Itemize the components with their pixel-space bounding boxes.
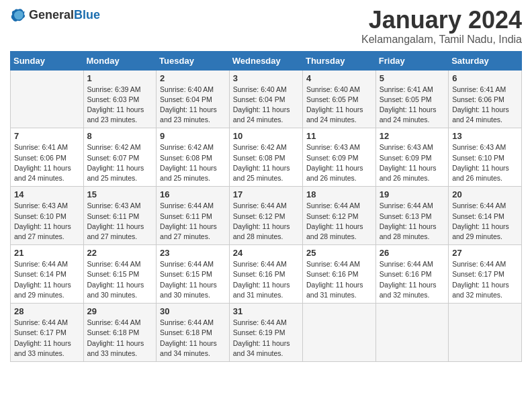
day-header-sunday: Sunday (11, 51, 84, 70)
day-number: 31 (233, 306, 299, 316)
day-info: Sunrise: 6:43 AMSunset: 6:10 PMDaylight:… (14, 201, 80, 242)
day-header-thursday: Thursday (302, 51, 375, 70)
calendar-table: SundayMondayTuesdayWednesdayThursdayFrid… (10, 51, 522, 362)
day-cell-11: 11Sunrise: 6:43 AMSunset: 6:09 PMDayligh… (302, 128, 375, 187)
day-info: Sunrise: 6:44 AMSunset: 6:18 PMDaylight:… (160, 318, 226, 359)
day-cell-7: 7Sunrise: 6:41 AMSunset: 6:06 PMDaylight… (11, 128, 84, 187)
day-number: 17 (233, 189, 299, 199)
day-info: Sunrise: 6:44 AMSunset: 6:15 PMDaylight:… (87, 259, 153, 300)
day-info: Sunrise: 6:44 AMSunset: 6:17 PMDaylight:… (452, 259, 518, 300)
day-info: Sunrise: 6:44 AMSunset: 6:12 PMDaylight:… (233, 201, 299, 242)
empty-cell (375, 304, 448, 362)
day-cell-27: 27Sunrise: 6:44 AMSunset: 6:17 PMDayligh… (449, 245, 522, 304)
day-info: Sunrise: 6:40 AMSunset: 6:05 PMDaylight:… (306, 85, 372, 126)
empty-cell (302, 304, 375, 362)
day-cell-12: 12Sunrise: 6:43 AMSunset: 6:09 PMDayligh… (375, 128, 448, 187)
day-number: 23 (160, 248, 226, 258)
day-info: Sunrise: 6:44 AMSunset: 6:13 PMDaylight:… (380, 201, 445, 242)
day-cell-9: 9Sunrise: 6:42 AMSunset: 6:08 PMDaylight… (157, 128, 230, 187)
day-info: Sunrise: 6:42 AMSunset: 6:08 PMDaylight:… (160, 142, 226, 183)
day-number: 7 (14, 131, 80, 141)
day-info: Sunrise: 6:42 AMSunset: 6:08 PMDaylight:… (233, 142, 299, 183)
day-number: 25 (306, 248, 372, 258)
day-number: 14 (14, 189, 80, 199)
day-number: 29 (87, 306, 153, 316)
day-number: 6 (452, 73, 518, 83)
day-cell-31: 31Sunrise: 6:44 AMSunset: 6:19 PMDayligh… (229, 304, 302, 362)
day-number: 30 (160, 306, 226, 316)
day-cell-26: 26Sunrise: 6:44 AMSunset: 6:16 PMDayligh… (375, 245, 448, 304)
day-info: Sunrise: 6:43 AMSunset: 6:09 PMDaylight:… (306, 142, 372, 183)
header: GeneralBlue January 2024 Kelamangalam, T… (10, 7, 522, 46)
day-header-saturday: Saturday (449, 51, 522, 70)
day-cell-30: 30Sunrise: 6:44 AMSunset: 6:18 PMDayligh… (157, 304, 230, 362)
day-info: Sunrise: 6:44 AMSunset: 6:16 PMDaylight:… (306, 259, 372, 300)
day-headers-row: SundayMondayTuesdayWednesdayThursdayFrid… (11, 51, 522, 70)
day-cell-10: 10Sunrise: 6:42 AMSunset: 6:08 PMDayligh… (229, 128, 302, 187)
day-cell-18: 18Sunrise: 6:44 AMSunset: 6:12 PMDayligh… (302, 187, 375, 245)
day-cell-6: 6Sunrise: 6:41 AMSunset: 6:06 PMDaylight… (449, 70, 522, 128)
day-number: 27 (452, 248, 518, 258)
day-info: Sunrise: 6:43 AMSunset: 6:10 PMDaylight:… (452, 142, 518, 183)
day-cell-28: 28Sunrise: 6:44 AMSunset: 6:17 PMDayligh… (11, 304, 84, 362)
day-info: Sunrise: 6:44 AMSunset: 6:19 PMDaylight:… (233, 318, 299, 359)
title-area: January 2024 Kelamangalam, Tamil Nadu, I… (361, 7, 522, 46)
day-cell-3: 3Sunrise: 6:40 AMSunset: 6:04 PMDaylight… (229, 70, 302, 128)
empty-cell (449, 304, 522, 362)
day-info: Sunrise: 6:40 AMSunset: 6:04 PMDaylight:… (233, 85, 299, 126)
day-info: Sunrise: 6:44 AMSunset: 6:17 PMDaylight:… (14, 318, 80, 359)
day-number: 26 (380, 248, 445, 258)
day-number: 16 (160, 189, 226, 199)
day-info: Sunrise: 6:44 AMSunset: 6:12 PMDaylight:… (306, 201, 372, 242)
day-cell-21: 21Sunrise: 6:44 AMSunset: 6:14 PMDayligh… (11, 245, 84, 304)
day-number: 13 (452, 131, 518, 141)
day-cell-17: 17Sunrise: 6:44 AMSunset: 6:12 PMDayligh… (229, 187, 302, 245)
day-header-monday: Monday (83, 51, 157, 70)
day-cell-4: 4Sunrise: 6:40 AMSunset: 6:05 PMDaylight… (302, 70, 375, 128)
logo-icon (10, 7, 26, 23)
day-info: Sunrise: 6:41 AMSunset: 6:06 PMDaylight:… (14, 142, 80, 183)
day-info: Sunrise: 6:44 AMSunset: 6:18 PMDaylight:… (87, 318, 153, 359)
day-info: Sunrise: 6:41 AMSunset: 6:05 PMDaylight:… (380, 85, 445, 126)
day-info: Sunrise: 6:43 AMSunset: 6:11 PMDaylight:… (87, 201, 153, 242)
day-number: 3 (233, 73, 299, 83)
day-cell-2: 2Sunrise: 6:40 AMSunset: 6:04 PMDaylight… (157, 70, 230, 128)
week-row-1: 1Sunrise: 6:39 AMSunset: 6:03 PMDaylight… (11, 70, 522, 128)
day-number: 28 (14, 306, 80, 316)
day-number: 5 (380, 73, 445, 83)
empty-cell (11, 70, 84, 128)
day-info: Sunrise: 6:44 AMSunset: 6:16 PMDaylight:… (233, 259, 299, 300)
day-number: 15 (87, 189, 153, 199)
day-info: Sunrise: 6:44 AMSunset: 6:16 PMDaylight:… (380, 259, 445, 300)
day-number: 4 (306, 73, 372, 83)
day-number: 8 (87, 131, 153, 141)
day-cell-1: 1Sunrise: 6:39 AMSunset: 6:03 PMDaylight… (83, 70, 157, 128)
day-info: Sunrise: 6:44 AMSunset: 6:11 PMDaylight:… (160, 201, 226, 242)
day-cell-13: 13Sunrise: 6:43 AMSunset: 6:10 PMDayligh… (449, 128, 522, 187)
day-cell-5: 5Sunrise: 6:41 AMSunset: 6:05 PMDaylight… (375, 70, 448, 128)
day-cell-19: 19Sunrise: 6:44 AMSunset: 6:13 PMDayligh… (375, 187, 448, 245)
day-info: Sunrise: 6:44 AMSunset: 6:14 PMDaylight:… (452, 201, 518, 242)
week-row-2: 7Sunrise: 6:41 AMSunset: 6:06 PMDaylight… (11, 128, 522, 187)
day-info: Sunrise: 6:41 AMSunset: 6:06 PMDaylight:… (452, 85, 518, 126)
day-cell-22: 22Sunrise: 6:44 AMSunset: 6:15 PMDayligh… (83, 245, 157, 304)
day-info: Sunrise: 6:39 AMSunset: 6:03 PMDaylight:… (87, 85, 153, 126)
logo-text: GeneralBlue (29, 8, 100, 22)
day-number: 18 (306, 189, 372, 199)
day-number: 22 (87, 248, 153, 258)
day-number: 20 (452, 189, 518, 199)
day-number: 10 (233, 131, 299, 141)
logo-general: General (29, 8, 74, 21)
logo-blue: Blue (74, 8, 100, 21)
day-info: Sunrise: 6:40 AMSunset: 6:04 PMDaylight:… (160, 85, 226, 126)
day-cell-23: 23Sunrise: 6:44 AMSunset: 6:15 PMDayligh… (157, 245, 230, 304)
day-number: 24 (233, 248, 299, 258)
day-info: Sunrise: 6:44 AMSunset: 6:15 PMDaylight:… (160, 259, 226, 300)
day-number: 12 (380, 131, 445, 141)
day-info: Sunrise: 6:44 AMSunset: 6:14 PMDaylight:… (14, 259, 80, 300)
day-cell-8: 8Sunrise: 6:42 AMSunset: 6:07 PMDaylight… (83, 128, 157, 187)
calendar-title: January 2024 (361, 7, 522, 34)
day-info: Sunrise: 6:42 AMSunset: 6:07 PMDaylight:… (87, 142, 153, 183)
day-cell-16: 16Sunrise: 6:44 AMSunset: 6:11 PMDayligh… (157, 187, 230, 245)
day-cell-14: 14Sunrise: 6:43 AMSunset: 6:10 PMDayligh… (11, 187, 84, 245)
